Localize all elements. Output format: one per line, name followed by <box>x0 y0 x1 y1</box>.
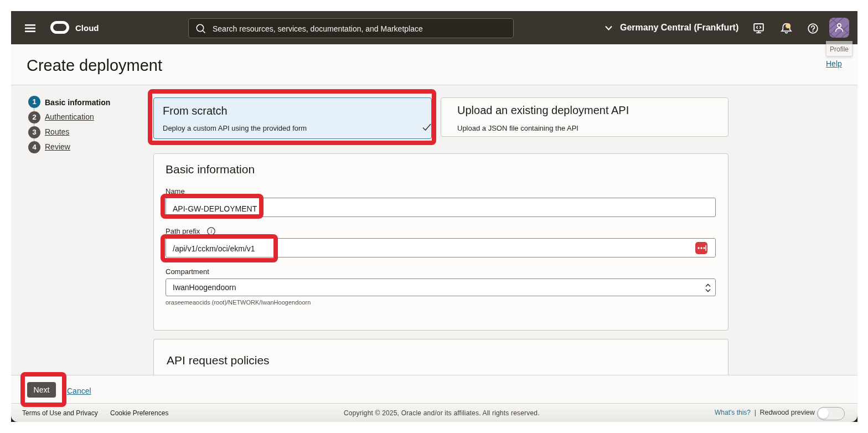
svg-text:i: i <box>211 229 213 234</box>
